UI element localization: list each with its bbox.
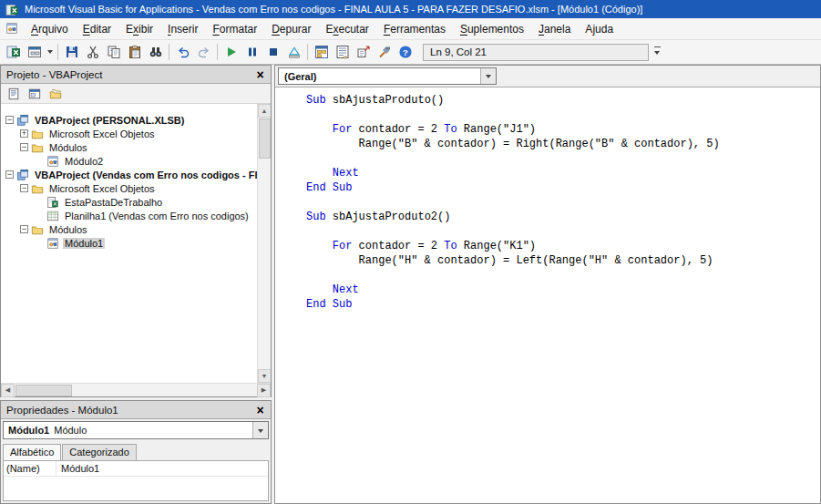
vertical-scrollbar-thumb[interactable]: [259, 118, 271, 159]
properties-panel-header: Propriedades - Módulo1 ×: [1, 401, 271, 419]
menu-ajuda[interactable]: Ajuda: [578, 19, 621, 39]
tree-item-estapastadetrabalho[interactable]: EstaPastaDeTrabalho: [1, 195, 257, 209]
tree-item-vbaproject-vendas-com-erro-nos-codigos-f[interactable]: −VBAProject (Vendas com Erro nos codigos…: [1, 168, 257, 181]
scroll-down-icon[interactable]: ▼: [258, 369, 272, 383]
code-line[interactable]: [306, 195, 820, 210]
save-button[interactable]: [61, 42, 82, 63]
close-project-panel-button[interactable]: ×: [252, 67, 268, 82]
horizontal-scrollbar-thumb[interactable]: [15, 385, 72, 396]
chevron-down-icon[interactable]: [252, 422, 268, 438]
close-properties-panel-button[interactable]: ×: [252, 403, 268, 417]
scroll-left-icon[interactable]: ◀: [1, 384, 15, 397]
tree-item-modulo2[interactable]: Módulo2: [1, 154, 257, 168]
menu-executar[interactable]: Executar: [319, 19, 376, 39]
code-line[interactable]: For contador = 2 To Range("J1"): [306, 122, 820, 137]
code-line[interactable]: Next: [306, 166, 820, 180]
property-name: (Name): [4, 461, 56, 476]
tree-item-vbaproject-personal-xlsb[interactable]: −VBAProject (PERSONAL.XLSB): [1, 113, 257, 127]
menu-exibir[interactable]: Exibir: [118, 19, 160, 39]
scroll-right-icon[interactable]: ▶: [257, 384, 271, 397]
menu-formatar[interactable]: Formatar: [205, 19, 264, 39]
tree-item-microsoft-excel-objetos[interactable]: −Microsoft Excel Objetos: [1, 181, 257, 195]
project-tree-vertical-scrollbar[interactable]: ▲ ▼: [257, 104, 271, 383]
reset-button[interactable]: [262, 42, 283, 63]
collapse-icon[interactable]: −: [20, 225, 28, 233]
code-line[interactable]: Next: [306, 283, 820, 297]
collapse-icon[interactable]: −: [20, 184, 28, 192]
tree-item-modulos[interactable]: −Módulos: [1, 140, 257, 154]
tree-item-modulo1[interactable]: Módulo1: [1, 236, 257, 250]
code-line[interactable]: End Sub: [306, 297, 820, 312]
worksheet-icon: [46, 210, 60, 222]
object-dropdown[interactable]: (Geral): [278, 67, 497, 85]
insert-userform-button-dropdown[interactable]: [45, 42, 55, 63]
code-line[interactable]: [306, 224, 820, 239]
code-line[interactable]: [306, 108, 820, 122]
code-window-header: (Geral): [275, 66, 820, 87]
tree-item-label: Módulo2: [63, 156, 105, 167]
window-title: Microsoft Visual Basic for Applications …: [25, 4, 642, 15]
tab-alfabetico[interactable]: Alfabético: [3, 444, 61, 460]
menu-depurar[interactable]: Depurar: [264, 19, 318, 39]
menu-janela[interactable]: Janela: [531, 19, 578, 39]
tree-item-microsoft-excel-objetos[interactable]: +Microsoft Excel Objetos: [1, 127, 257, 140]
project-tree-horizontal-scrollbar[interactable]: ◀ ▶: [1, 383, 271, 396]
run-button[interactable]: [221, 42, 241, 63]
code-line[interactable]: Range("H" & contador) = Left(Range("H" &…: [306, 253, 820, 268]
code-line[interactable]: End Sub: [306, 180, 820, 195]
properties-window-button[interactable]: [332, 42, 353, 63]
toggle-folders-button[interactable]: [46, 86, 65, 102]
object-selector-combo[interactable]: Módulo1 Módulo: [3, 421, 269, 439]
folder-icon: [31, 128, 45, 140]
menu-ferramentas[interactable]: Ferramentas: [376, 19, 453, 39]
copy-button[interactable]: [103, 42, 124, 63]
find-button[interactable]: [145, 42, 166, 63]
collapse-icon[interactable]: −: [20, 143, 28, 151]
toolbar-buttons: ?: [3, 42, 416, 63]
view-code-button[interactable]: [5, 86, 23, 102]
toolbar-options-button[interactable]: [651, 42, 663, 63]
folder-icon: [31, 141, 45, 154]
collapse-icon[interactable]: −: [5, 116, 14, 124]
toolbox-button[interactable]: [374, 42, 395, 63]
code-line[interactable]: [306, 268, 820, 283]
insert-userform-button[interactable]: [24, 42, 45, 63]
toolbar-separator: [57, 44, 58, 60]
collapse-icon[interactable]: −: [5, 170, 14, 179]
title-bar: Microsoft Visual Basic for Applications …: [0, 0, 821, 18]
tree-item-label: Microsoft Excel Objetos: [47, 129, 157, 139]
paste-button[interactable]: [124, 42, 145, 63]
tree-item-planilha1-vendas-com-erro-nos-codigos[interactable]: Planilha1 (Vendas com Erro nos codigos): [1, 209, 257, 222]
object-dropdown-value: (Geral): [284, 71, 316, 82]
design-mode-button[interactable]: [283, 42, 304, 63]
help-button[interactable]: ?: [395, 42, 416, 63]
code-editor[interactable]: Sub sbAjustaProduto() For contador = 2 T…: [275, 87, 820, 503]
vbaproject-icon: [16, 114, 30, 127]
code-line[interactable]: Sub sbAjustaProduto(): [306, 93, 820, 108]
cut-button[interactable]: [82, 42, 103, 63]
view-object-button[interactable]: [26, 86, 44, 102]
scroll-up-icon[interactable]: ▲: [258, 104, 272, 118]
break-button[interactable]: [241, 42, 262, 63]
property-value[interactable]: Módulo1: [56, 461, 268, 476]
tab-categorizado[interactable]: Categorizado: [62, 444, 136, 460]
code-line[interactable]: Range("B" & contador) = Right(Range("B" …: [306, 137, 820, 151]
object-browser-button[interactable]: [353, 42, 374, 63]
project-explorer-button[interactable]: [311, 42, 332, 63]
chevron-down-icon[interactable]: [480, 68, 496, 84]
redo-button[interactable]: [193, 42, 214, 63]
menu-editar[interactable]: Editar: [76, 19, 118, 39]
code-line[interactable]: [306, 151, 820, 166]
toolbar-options-bar: [654, 46, 661, 47]
view-microsoft-excel-button[interactable]: [3, 42, 24, 63]
tree-item-modulos[interactable]: −Módulos: [1, 222, 257, 236]
menu-suplementos[interactable]: Suplementos: [453, 19, 531, 39]
undo-button[interactable]: [172, 42, 193, 63]
property-row[interactable]: (Name)Módulo1: [4, 461, 268, 477]
code-line[interactable]: Sub sbAjustaProduto2(): [306, 210, 820, 224]
code-line[interactable]: For contador = 2 To Range("K1"): [306, 239, 820, 253]
menu-arquivo[interactable]: Arquivo: [24, 19, 76, 39]
expand-icon[interactable]: +: [20, 129, 28, 138]
chevron-down-icon: [47, 50, 53, 57]
menu-inserir[interactable]: Inserir: [160, 19, 205, 39]
